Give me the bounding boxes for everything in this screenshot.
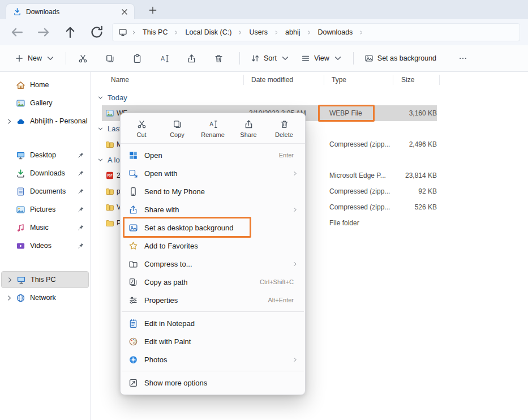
wallpaper-icon [364,54,374,63]
chevron-right-icon [6,118,13,125]
downloads-tab-icon [13,7,22,16]
menu-separator [122,311,304,312]
zip-icon [105,140,114,149]
open-icon [128,151,138,160]
tab-title: Downloads [26,8,115,16]
menu-item-edit-with-paint[interactable]: Edit with Paint [121,332,305,350]
breadcrumb-item-this-pc[interactable]: This PC [140,27,170,37]
menu-item-share-with[interactable]: Share with [121,200,305,218]
pin-icon [78,206,84,213]
menu-item-copy-as-path[interactable]: Copy as pathCtrl+Shift+C [121,273,305,291]
sidebar-item-this-pc[interactable]: This PC [1,271,89,288]
new-tab-button[interactable] [147,5,158,15]
sidebar-item-pictures[interactable]: Pictures [0,201,90,218]
tab-close-icon[interactable] [119,7,130,17]
sidebar-item-documents[interactable]: Documents [0,183,90,200]
context-menu: CutCopyARenameShareDelete OpenEnterOpen … [120,113,306,395]
explorer-tab[interactable]: Downloads [6,3,135,19]
menu-item-shortcut: Enter [279,152,294,158]
context-quick-label: Cut [136,131,146,138]
forward-button[interactable] [36,25,51,40]
menu-item-open-with[interactable]: Open with [121,164,305,182]
menu-chevron-icon [292,207,298,213]
svg-text:A: A [161,55,165,62]
context-delete-button[interactable]: Delete [269,117,299,141]
sort-button-label: Sort [264,54,277,62]
context-cut-button[interactable]: Cut [126,117,157,141]
menu-item-label: Properties [144,296,268,305]
share-with-icon [128,205,138,215]
context-copy-button[interactable]: Copy [162,117,192,141]
menu-item-set-as-desktop-background[interactable]: Set as desktop background [121,218,305,237]
file-size: 2,496 KB [380,140,437,148]
sidebar-item-downloads[interactable]: Downloads [0,165,90,182]
cut-button[interactable] [71,49,94,68]
sidebar-item-gallery[interactable]: Gallery [0,95,90,112]
context-menu-items: OpenEnterOpen withSend to My PhoneShare … [121,144,305,392]
documents-icon [16,187,25,196]
view-button-label: View [314,54,329,62]
favorites-icon [128,241,138,251]
menu-item-send-to-my-phone[interactable]: Send to My Phone [121,182,305,200]
menu-item-photos[interactable]: Photos [121,350,305,368]
context-rename-button[interactable]: ARename [198,117,228,141]
menu-item-edit-in-notepad[interactable]: Edit in Notepad [121,314,305,332]
downloads-icon [16,169,25,178]
share-icon [187,54,196,63]
group-chevron-icon [97,95,104,101]
delete-button[interactable] [207,49,230,68]
sidebar-item-desktop[interactable]: Desktop [0,147,90,164]
breadcrumb-item-downloads[interactable]: Downloads [316,27,355,37]
share-button[interactable] [180,49,203,68]
group-chevron-icon [97,126,104,132]
pdf-icon: PDF [105,171,114,180]
paste-icon [132,54,142,63]
sidebar-item-videos[interactable]: Videos [0,237,90,254]
breadcrumb-item-local-disk-c[interactable]: Local Disk (C:) [183,27,234,37]
group-label: Today [108,93,127,102]
toolbar-separator [239,52,240,65]
sidebar-item-abhijith-personal[interactable]: Abhijith - Personal [0,113,90,130]
view-button[interactable]: View [295,49,348,68]
breadcrumb-item-abhij[interactable]: abhij [283,27,302,37]
sidebar-item-label: Videos [30,242,78,250]
refresh-button[interactable] [89,25,104,40]
ellipsis-icon [458,54,467,63]
menu-item-shortcut: Alt+Enter [268,297,294,303]
context-quick-label: Share [240,131,256,138]
menu-item-open[interactable]: OpenEnter [121,146,305,164]
chevron-right-icon [359,30,364,35]
menu-item-label: Edit in Notepad [144,319,298,328]
group-header-today[interactable]: Today [91,90,528,105]
copy-button[interactable] [98,49,121,68]
new-button[interactable]: New [9,49,61,68]
sidebar-item-home[interactable]: Home [0,76,90,93]
back-button[interactable] [10,25,24,40]
up-button[interactable] [63,25,78,40]
sort-button[interactable]: Sort [245,49,295,68]
see-more-button[interactable] [454,49,471,68]
sidebar-item-label: Downloads [30,169,78,177]
menu-item-add-to-favorites[interactable]: Add to Favorites [121,237,305,255]
breadcrumb-item-users[interactable]: Users [247,27,270,37]
set-as-background-button[interactable]: Set as background [359,49,442,68]
menu-item-compress-to[interactable]: Compress to... [121,255,305,273]
cut-icon [137,119,147,129]
toolbar-icon-buttons: A [71,49,234,68]
menu-item-show-more-options[interactable]: Show more options [121,374,305,392]
notepad-icon [128,319,138,328]
paste-button[interactable] [126,49,148,68]
sidebar-item-label: Documents [30,187,78,195]
sidebar-item-music[interactable]: Music [0,219,90,236]
sidebar-item-network[interactable]: Network [0,289,90,306]
menu-item-label: Set as desktop background [144,224,298,232]
menu-item-properties[interactable]: PropertiesAlt+Enter [121,291,305,309]
rename-button[interactable]: A [153,49,175,68]
menu-item-label: Show more options [144,379,298,387]
context-share-button[interactable]: Share [233,117,264,141]
chevron-spacer [6,82,13,89]
delete-icon [214,54,224,63]
file-size: 92 KB [380,187,437,195]
file-type: File folder [329,219,359,227]
photos-icon [128,355,138,365]
